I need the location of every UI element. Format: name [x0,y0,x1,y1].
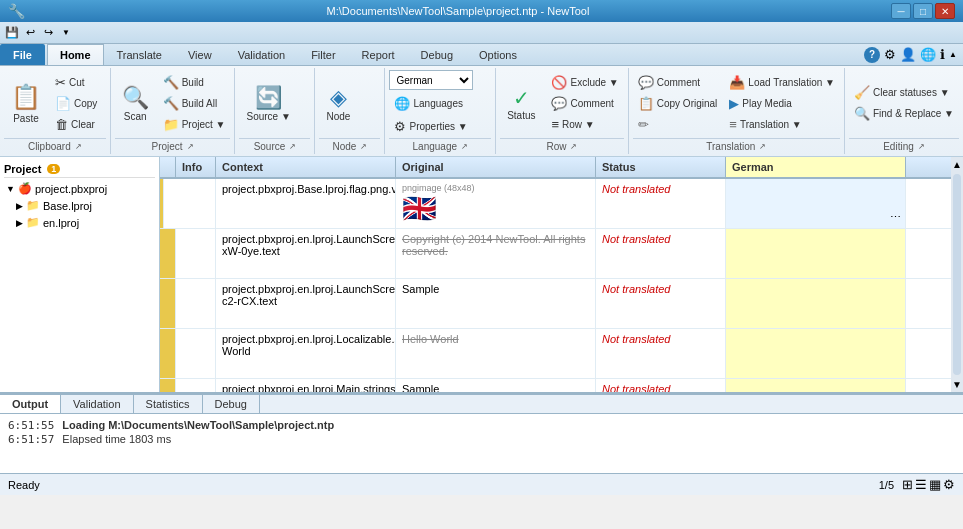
scroll-up-icon[interactable]: ▲ [952,159,962,170]
editing-expand-icon[interactable]: ↗ [918,142,925,151]
project-dropdown-button[interactable]: 📁 Project ▼ [158,114,231,134]
row-context-cell: project.pbxproj.en.lproj.Localizable.str… [216,329,396,378]
row-german-cell[interactable] [726,279,906,328]
project-expand-icon[interactable]: ↗ [187,142,194,151]
tab-file[interactable]: File [0,44,45,65]
list-view-icon[interactable]: ☰ [915,477,927,492]
scan-button[interactable]: 🔍 Scan [115,70,156,136]
load-translation-button[interactable]: 📥 Load Translation ▼ [724,72,840,92]
translation-group-label: Translation [706,141,755,152]
editing-group: 🧹 Clear statuses ▼ 🔍 Find & Replace ▼ Ed… [845,68,963,154]
table-row[interactable]: project.pbxproj.en.lproj.LaunchScreen.st… [160,279,951,329]
comment-row-button[interactable]: 💬 Comment [546,93,623,113]
ribbon-collapse-icon[interactable]: ▲ [949,50,957,59]
language-select[interactable]: German French Spanish [389,70,472,90]
tab-filter[interactable]: Filter [298,44,348,65]
log-tab-debug[interactable]: Debug [203,395,260,413]
language-expand-icon[interactable]: ↗ [461,142,468,151]
list-item: 6:51:55 Loading M:\Documents\NewTool\Sam… [8,419,955,432]
scroll-thumb[interactable] [953,174,961,375]
table-row[interactable]: project.pbxproj.en.lproj.LaunchScreen.st… [160,229,951,279]
help-button[interactable]: ? [864,47,880,63]
person-icon[interactable]: 👤 [900,47,916,62]
table-row[interactable]: project.pbxproj.en.lproj.Main.strings.r8… [160,379,951,392]
globe-icon[interactable]: 🌐 [920,47,936,62]
table-row[interactable]: project.pbxproj.en.lproj.Localizable.str… [160,329,951,379]
find-replace-button[interactable]: 🔍 Find & Replace ▼ [849,104,959,124]
status-icon: ✓ [513,86,530,110]
node-expand-icon[interactable]: ↗ [360,142,367,151]
row-german-cell[interactable] [726,229,906,278]
log-tab-validation[interactable]: Validation [61,395,134,413]
settings-bottom-icon[interactable]: ⚙ [943,477,955,492]
clear-statuses-button[interactable]: 🧹 Clear statuses ▼ [849,83,959,103]
log-tab-statistics[interactable]: Statistics [134,395,203,413]
copy-original-button[interactable]: 📋 Copy Original [633,93,723,113]
build-all-button[interactable]: 🔨 Build All [158,93,231,113]
clipboard-expand-icon[interactable]: ↗ [75,142,82,151]
tree-item-base[interactable]: ▶ 📁 Base.lproj [4,197,155,214]
vertical-scrollbar[interactable]: ▲ ▼ [951,157,963,392]
source-button[interactable]: 🔄 Source ▼ [239,70,297,136]
node-button[interactable]: ◈ Node [319,70,357,136]
ribbon-content: 📋 Paste ✂ Cut 📄 Copy 🗑 Clear [0,66,963,156]
qa-icon-4[interactable]: ▼ [58,25,74,41]
tab-debug[interactable]: Debug [408,44,466,65]
tree-item-en[interactable]: ▶ 📁 en.lproj [4,214,155,231]
exclude-button[interactable]: 🚫 Exclude ▼ [546,72,623,92]
detail-view-icon[interactable]: ▦ [929,477,941,492]
cut-button[interactable]: ✂ Cut [50,72,102,92]
tab-home[interactable]: Home [47,44,104,65]
grid-header-color [160,157,176,177]
close-button[interactable]: ✕ [935,3,955,19]
tab-options[interactable]: Options [466,44,530,65]
tab-translate[interactable]: Translate [104,44,175,65]
folder-en-icon: 📁 [26,216,40,229]
row-color-bar [160,379,176,392]
row-expand-icon[interactable]: ↗ [570,142,577,151]
row-dropdown-button[interactable]: ≡ Row ▼ [546,114,623,134]
build-button[interactable]: 🔨 Build [158,72,231,92]
copy-button[interactable]: 📄 Copy [50,93,102,113]
window-controls: ─ □ ✕ [891,3,955,19]
grid-view-icon[interactable]: ⊞ [902,477,913,492]
tab-report[interactable]: Report [349,44,408,65]
trans-dropdown-icon: ≡ [729,117,737,132]
translation-expand-icon[interactable]: ↗ [759,142,766,151]
tree-item-project[interactable]: ▼ 🍎 project.pbxproj [4,180,155,197]
row-german-cell[interactable]: ⋯ [726,179,906,228]
qa-icon-1[interactable]: 💾 [4,25,20,41]
maximize-button[interactable]: □ [913,3,933,19]
status-button[interactable]: ✓ Status [500,70,542,136]
tree-expand-en-icon: ▶ [16,218,23,228]
languages-button[interactable]: 🌐 Languages [389,93,472,113]
edit-translation-button[interactable]: ✏ [633,114,723,134]
qa-icon-2[interactable]: ↩ [22,25,38,41]
row-status-cell: Not translated [596,279,726,328]
clear-button[interactable]: 🗑 Clear [50,114,102,134]
tab-validation[interactable]: Validation [225,44,299,65]
settings-icon[interactable]: ⚙ [884,47,896,62]
paste-button[interactable]: 📋 Paste [4,70,48,136]
grid-header-context: Context [216,157,396,177]
table-row[interactable]: project.pbxproj.Base.lproj.flag.png.valu… [160,179,951,229]
comment-translation-button[interactable]: 💬 Comment [633,72,723,92]
translation-dropdown-button[interactable]: ≡ Translation ▼ [724,114,840,134]
log-tab-output[interactable]: Output [0,395,61,413]
info-icon[interactable]: ℹ [940,47,945,62]
play-media-button[interactable]: ▶ Play Media [724,93,840,113]
row-color-bar [160,329,176,378]
clear-statuses-icon: 🧹 [854,85,870,100]
minimize-button[interactable]: ─ [891,3,911,19]
row-german-cell[interactable] [726,329,906,378]
source-expand-icon[interactable]: ↗ [289,142,296,151]
scroll-down-icon[interactable]: ▼ [952,379,962,390]
properties-button[interactable]: ⚙ Properties ▼ [389,116,472,136]
row-status-cell: Not translated [596,179,726,228]
tab-view[interactable]: View [175,44,225,65]
grid-body[interactable]: project.pbxproj.Base.lproj.flag.png.valu… [160,179,951,392]
row-german-cell[interactable] [726,379,906,392]
cell-expand-icon[interactable]: ⋯ [890,211,901,224]
qa-icon-3[interactable]: ↪ [40,25,56,41]
comment-row-icon: 💬 [551,96,567,111]
